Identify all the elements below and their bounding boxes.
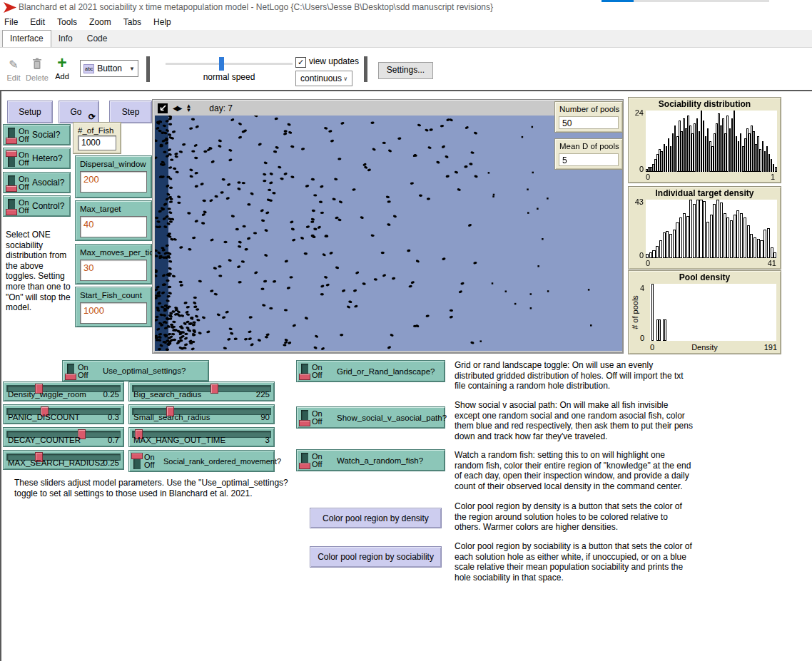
switch-control[interactable]: On Off Control? — [3, 195, 71, 217]
tab-interface[interactable]: Interface — [2, 30, 51, 47]
y-axis-label: # of pools — [631, 287, 639, 337]
delete-widget-button[interactable]: Delete — [26, 58, 49, 82]
y-min-tick: 0 — [629, 165, 644, 173]
speed-slider-thumb[interactable] — [219, 57, 224, 71]
histogram-bar — [669, 234, 672, 258]
slider-max-hang-out-time[interactable]: MAX_HANG_OUT_TIME 3 — [128, 427, 275, 447]
setup-button[interactable]: Setup — [7, 101, 53, 123]
monitor-value: 5 — [559, 153, 619, 166]
monitor-mean-d-of-pools: Mean D of pools 5 — [554, 138, 623, 170]
note-sliders: These sliders adjust model parameters. U… — [14, 478, 301, 498]
view-horizontal-arrows-icon[interactable]: ◀▶ — [173, 105, 181, 112]
switch-label: Hetero? — [32, 153, 63, 163]
input-label: Max_target — [80, 205, 121, 213]
menu-tools[interactable]: Tools — [57, 17, 77, 27]
slider-label: PANIC_DISCOUNT — [8, 413, 80, 421]
slider-density-wiggle-room[interactable]: Density_wiggle_room 0.25 — [3, 381, 124, 401]
forever-icon: ⟳ — [88, 112, 96, 122]
slider-handle[interactable] — [210, 384, 218, 394]
menu-file[interactable]: File — [4, 17, 18, 27]
menu-tabs[interactable]: Tabs — [123, 17, 141, 27]
add-label: Add — [53, 72, 71, 81]
x-max-tick: 1 — [771, 173, 775, 181]
plot-title: Pool density — [629, 272, 781, 282]
menu-help[interactable]: Help — [153, 17, 171, 27]
histogram-bar — [710, 215, 713, 258]
step-button[interactable]: Step — [109, 101, 152, 123]
input-field[interactable]: 30 — [80, 260, 147, 281]
input-field[interactable]: 1000 — [80, 302, 147, 324]
switch-grid-or-rand-landscape[interactable]: On Off Grid_or_Rand_landscape? — [296, 360, 445, 382]
view-updates-checkbox[interactable]: ✓ — [295, 57, 306, 68]
world-view-canvas[interactable] — [155, 116, 622, 351]
slider-value: 0.3 — [108, 413, 119, 421]
histogram-bar — [760, 240, 763, 258]
slider-value: 0.25 — [103, 458, 119, 467]
histogram-bar — [757, 239, 760, 258]
histogram-bar — [767, 228, 770, 258]
plot-area — [646, 200, 777, 258]
settings-button[interactable]: Settings... — [378, 62, 433, 79]
trash-icon — [26, 58, 49, 72]
switch-handle[interactable] — [6, 209, 17, 215]
menu-zoom[interactable]: Zoom — [89, 17, 111, 27]
edit-widget-button[interactable]: ✎ Edit — [4, 58, 23, 82]
speed-slider-track[interactable] — [166, 63, 293, 65]
histogram-bar — [686, 216, 689, 258]
color-pool-by-density-button[interactable]: Color pool region by density — [310, 508, 442, 528]
update-mode-dropdown[interactable]: continuous ∨ — [295, 71, 352, 86]
input-label: Max_moves_per_tick — [80, 248, 158, 257]
slider-label: Small_search_radius — [133, 413, 210, 421]
switch-handle[interactable] — [6, 150, 17, 157]
switch-label: Asocial? — [32, 178, 64, 188]
color-pool-by-sociability-button[interactable]: Color pool region by sociability — [310, 546, 442, 568]
switch-handle[interactable] — [6, 185, 17, 192]
switch-handle[interactable] — [6, 138, 17, 144]
input-field[interactable]: 200 — [80, 171, 147, 193]
setup-label: Setup — [8, 107, 52, 117]
switch-show-social-v-asocial-path[interactable]: On Off Show_social_v_asocial_path? — [296, 406, 445, 429]
check-icon: ✓ — [298, 58, 304, 66]
slider-small-search-radius[interactable]: Small_search_radius 90 — [128, 404, 275, 424]
netlogo-logo-icon — [4, 2, 16, 15]
go-button[interactable]: Go ⟳ — [59, 101, 99, 123]
slider-panic-discount[interactable]: PANIC_DISCOUNT 0.3 — [3, 404, 124, 424]
switch-handle[interactable] — [299, 374, 310, 380]
tab-info[interactable]: Info — [51, 31, 80, 47]
off-label: Off — [19, 135, 29, 143]
switch-watch-a-random-fish[interactable]: On Off Watch_a_random_fish? — [296, 449, 445, 471]
input-field[interactable]: 40 — [80, 216, 147, 237]
monitor-value: 50 — [559, 116, 619, 129]
widget-type-dropdown[interactable]: abc Button ▼ — [80, 60, 138, 77]
input-start-fish-count: Start_Fish_count 1000 — [75, 287, 152, 327]
off-label: Off — [312, 461, 322, 468]
dropdown-arrow-icon: ▼ — [129, 66, 135, 72]
histogram-bar — [720, 203, 723, 258]
switch-handle[interactable] — [299, 420, 310, 426]
switch-handle[interactable] — [65, 374, 76, 380]
add-widget-button[interactable]: + Add — [53, 56, 71, 81]
switch-handle[interactable] — [131, 453, 143, 459]
switch-use-optimal-settings[interactable]: On Off Use_optimal_settings? — [62, 360, 209, 381]
switch-label: Social_rank_ordered_movement? — [163, 457, 281, 466]
tab-code[interactable]: Code — [80, 31, 115, 47]
menu-bar: File Edit Tools Zoom Tabs Help — [0, 14, 812, 30]
description-color-density: Color pool region by density is a button… — [455, 501, 693, 533]
slider-max-search-radius2[interactable]: MAX_SEARCH_RADIUS2 0.25 — [3, 450, 124, 470]
view-resize-icon[interactable] — [158, 103, 168, 113]
switch-social-rank-ordered-movement[interactable]: On Off Social_rank_ordered_movement? — [128, 450, 275, 472]
slider-big-search-radius[interactable]: Big_search_radius 225 — [128, 381, 275, 401]
x-min-tick: 0 — [646, 259, 650, 267]
input-field[interactable]: 1000 — [78, 135, 116, 150]
toolbar-separator-2 — [364, 56, 367, 82]
histogram-bar — [703, 201, 706, 258]
slider-decay-counter[interactable]: DECAY_COUNTER 0.7 — [3, 427, 124, 447]
switch-handle[interactable] — [299, 463, 310, 469]
switch-label: Use_optimal_settings? — [103, 367, 186, 375]
menu-edit[interactable]: Edit — [30, 17, 45, 27]
view-vertical-arrows-icon[interactable]: ▲▼ — [186, 104, 191, 113]
switch-social[interactable]: On Off Social? — [3, 124, 71, 145]
y-max-tick: 4 — [634, 284, 644, 292]
switch-hetero[interactable]: On Off Hetero? — [3, 148, 71, 169]
switch-asocial[interactable]: On Off Asocial? — [3, 172, 71, 193]
